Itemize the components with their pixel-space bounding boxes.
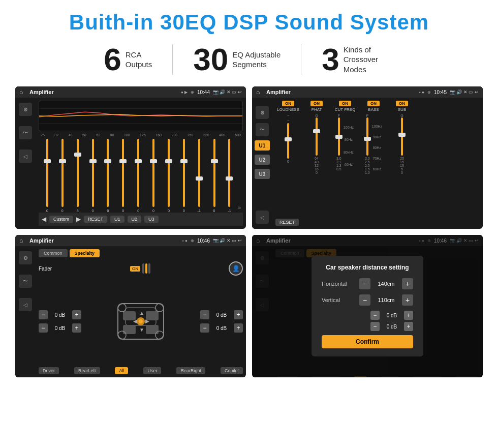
dialog-db-minus-2[interactable]: − <box>370 322 380 331</box>
rearleft-btn[interactable]: RearLeft <box>74 367 100 374</box>
eq-slider-1[interactable]: 0 <box>41 139 54 213</box>
eq-slider-9[interactable]: 0 <box>162 139 175 213</box>
eq-slider-12[interactable]: 0 <box>208 139 221 213</box>
cutfreq-label: CUT FREQ <box>335 107 356 112</box>
fader-wave-icon[interactable]: 〜 <box>19 275 32 288</box>
loudness-on-badge[interactable]: ON <box>282 101 294 106</box>
all-btn[interactable]: All <box>115 367 128 374</box>
db-row-fl: − 0 dB + <box>39 310 81 319</box>
status-dots-3: ▪ ● <box>182 238 188 243</box>
vertical-minus-btn[interactable]: − <box>359 294 370 306</box>
phat-on-badge[interactable]: ON <box>310 101 323 106</box>
location-icon-1: ⊕ <box>191 90 194 95</box>
home-icon-3: ⌂ <box>19 237 26 244</box>
fader-filter-icon[interactable]: ⚙ <box>19 251 32 264</box>
eq-slider-5[interactable]: 0 <box>102 139 115 213</box>
eq-speaker-icon[interactable]: ◁ <box>19 150 32 163</box>
fader-bottom-bar: Driver RearLeft All User RearRight Copil… <box>39 367 243 374</box>
stat-crossover-label: Kinds ofCrossover Modes <box>344 45 394 75</box>
svg-text:▼: ▼ <box>139 327 144 333</box>
status-time-3: 10:46 <box>197 238 210 244</box>
crossover-u3-btn[interactable]: U3 <box>255 169 270 179</box>
db-value-rr: 0 dB <box>211 325 232 331</box>
eq-u1-btn[interactable]: U1 <box>110 216 124 223</box>
crossover-filter-icon[interactable]: ⚙ <box>256 106 269 119</box>
dialog-db-plus-2[interactable]: + <box>404 322 413 331</box>
eq-u3-btn[interactable]: U3 <box>144 216 159 223</box>
dialog-title: Car speaker distance setting <box>322 264 413 271</box>
eq-slider-2[interactable]: 0 <box>56 139 69 213</box>
driver-btn[interactable]: Driver <box>39 367 59 374</box>
eq-slider-8[interactable]: 0 <box>147 139 160 213</box>
db-minus-rl[interactable]: − <box>39 323 48 333</box>
stat-eq-number: 30 <box>193 44 228 75</box>
eq-filter-icon[interactable]: ⚙ <box>19 103 32 116</box>
vertical-plus-btn[interactable]: + <box>402 294 413 306</box>
db-plus-rr[interactable]: + <box>234 323 243 333</box>
eq-slider-7[interactable]: 0 <box>132 139 145 213</box>
db-plus-fl[interactable]: + <box>72 310 81 319</box>
crossover-u2-btn[interactable]: U2 <box>255 155 270 165</box>
svg-point-16 <box>155 304 164 312</box>
db-minus-fr[interactable]: − <box>200 310 209 319</box>
car-svg-area: ▲ ▼ ◀ ▶ <box>84 293 197 349</box>
db-plus-fr[interactable]: + <box>234 310 243 319</box>
user-btn[interactable]: User <box>143 367 161 374</box>
status-bar-1: ⌂ Amplifier ● ▶ ⊕ 10:44 📷 🔊 ✕ ▭ ↩ <box>15 86 246 98</box>
eq-prev-icon[interactable]: ◀ <box>42 216 46 223</box>
tab-common[interactable]: Common <box>39 249 68 257</box>
dialog-overlay: Car speaker distance setting Horizontal … <box>252 235 483 377</box>
sub-on-badge[interactable]: ON <box>396 101 408 106</box>
copilot-btn[interactable]: Copilot <box>221 367 243 374</box>
eq-slider-10[interactable]: 0 <box>177 139 191 213</box>
distance-dialog: Car speaker distance setting Horizontal … <box>312 256 423 356</box>
fader-sliders-mini <box>142 263 150 274</box>
location-icon-3: ⊕ <box>191 238 194 243</box>
tab-specialty[interactable]: Specialty <box>70 249 100 257</box>
eq-slider-11[interactable]: -1 <box>193 139 206 213</box>
eq-slider-13[interactable]: -1 <box>223 139 236 213</box>
bass-on-badge[interactable]: ON <box>367 101 380 106</box>
crossover-reset-btn[interactable]: RESET <box>275 219 299 226</box>
db-minus-fl[interactable]: − <box>39 310 48 319</box>
horizontal-row: Horizontal − 140cm + <box>322 278 413 289</box>
crossover-controls-row: ON LOUDNESS ~ ~ 0 <box>275 101 480 174</box>
db-plus-rl[interactable]: + <box>72 323 81 333</box>
crossover-screen-content: ⚙ 〜 U1 U2 U3 ◁ ON LOUDNESS <box>252 98 483 229</box>
eq-reset-btn[interactable]: RESET <box>84 216 107 223</box>
fader-on-badge[interactable]: ON <box>130 266 140 272</box>
screen-fader: ⌂ Amplifier ▪ ● ⊕ 10:46 📷 🔊 ✕ ▭ ↩ ⚙ 〜 ◁ … <box>15 235 246 377</box>
eq-wave-icon[interactable]: 〜 <box>19 126 32 139</box>
fader-profile-icon[interactable]: 👤 <box>229 261 243 276</box>
bass-label: BASS <box>368 107 379 112</box>
eq-slider-3[interactable]: 5 <box>71 139 84 213</box>
eq-screen: ⚙ 〜 ◁ <box>15 98 246 229</box>
crossover-wave-icon[interactable]: 〜 <box>256 123 269 136</box>
home-icon-1: ⌂ <box>19 88 26 96</box>
confirm-button[interactable]: Confirm <box>322 335 413 348</box>
crossover-u1-btn[interactable]: U1 <box>255 140 270 151</box>
horizontal-plus-btn[interactable]: + <box>402 278 413 289</box>
eq-expand-btn[interactable]: » <box>238 205 241 213</box>
location-icon-2: ⊕ <box>427 90 431 95</box>
svg-point-17 <box>118 331 126 339</box>
crossover-speaker-icon[interactable]: ◁ <box>256 211 269 224</box>
screen-eq: ⌂ Amplifier ● ▶ ⊕ 10:44 📷 🔊 ✕ ▭ ↩ ⚙ 〜 ◁ <box>15 86 246 229</box>
dialog-db-minus-1[interactable]: − <box>370 311 380 320</box>
phat-label: PHAT <box>312 107 322 112</box>
status-icons-1: 📷 🔊 ✕ ▭ ↩ <box>213 89 242 95</box>
db-minus-rr[interactable]: − <box>200 323 209 333</box>
eq-next-icon[interactable]: ▶ <box>76 216 81 223</box>
rearright-btn[interactable]: RearRight <box>176 367 205 374</box>
eq-slider-4[interactable]: 0 <box>86 139 100 213</box>
fader-speaker-icon[interactable]: ◁ <box>19 298 32 311</box>
eq-slider-6[interactable]: 0 <box>116 139 130 213</box>
horizontal-minus-btn[interactable]: − <box>359 278 370 289</box>
dialog-db-plus-1[interactable]: + <box>404 311 413 320</box>
cutfreq-on-badge[interactable]: ON <box>339 101 351 106</box>
svg-text:▲: ▲ <box>139 310 144 316</box>
eq-u2-btn[interactable]: U2 <box>128 216 142 223</box>
left-db-controls: − 0 dB + − 0 dB + <box>39 310 81 333</box>
status-bar-3: ⌂ Amplifier ▪ ● ⊕ 10:46 📷 🔊 ✕ ▭ ↩ <box>15 235 246 246</box>
eq-sliders-area: 0 0 5 0 0 0 0 0 0 0 -1 0 -1 » <box>39 139 243 213</box>
